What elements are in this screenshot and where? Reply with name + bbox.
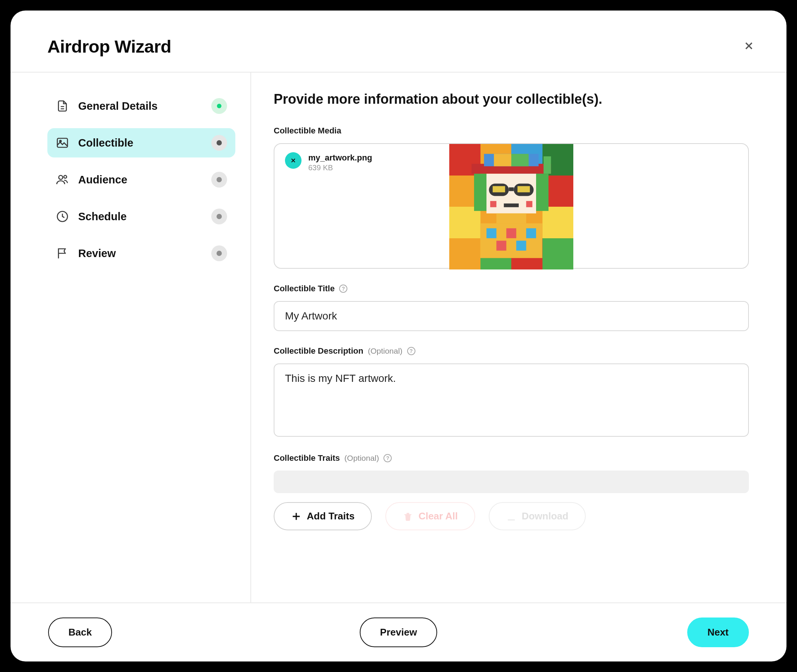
svg-rect-25 [527, 228, 536, 238]
preview-button[interactable]: Preview [360, 618, 437, 647]
step-review[interactable]: Review [47, 238, 235, 268]
svg-rect-0 [58, 138, 68, 147]
users-icon [56, 173, 69, 186]
close-icon [743, 40, 755, 52]
step-audience[interactable]: Audience [47, 165, 235, 194]
svg-rect-15 [509, 187, 514, 191]
svg-rect-11 [536, 174, 549, 211]
step-label: General Details [78, 100, 157, 112]
svg-rect-26 [496, 240, 506, 250]
step-label: Schedule [78, 210, 127, 223]
svg-point-1 [60, 140, 62, 142]
title-label: Collectible Title ? [274, 284, 749, 294]
description-label: Collectible Description (Optional) ? [274, 346, 749, 356]
modal-body: General Details Collectible [11, 72, 786, 602]
step-label: Review [78, 247, 116, 260]
form-heading: Provide more information about your coll… [274, 91, 749, 107]
trash-icon [403, 511, 413, 522]
plus-icon [291, 511, 301, 522]
remove-file-button[interactable] [285, 152, 301, 169]
description-group: Collectible Description (Optional) ? [274, 346, 749, 438]
uploaded-file: my_artwork.png 639 KB [285, 152, 443, 172]
media-group: Collectible Media my_artwork.png 639 KB [274, 126, 749, 269]
add-traits-button[interactable]: Add Traits [274, 502, 372, 530]
clock-icon [56, 210, 69, 223]
title-group: Collectible Title ? [274, 284, 749, 331]
svg-rect-10 [474, 174, 487, 211]
file-size: 639 KB [308, 163, 372, 172]
clear-all-button: Clear All [385, 502, 475, 530]
info-icon[interactable]: ? [339, 285, 347, 293]
svg-rect-16 [493, 186, 505, 192]
step-collectible[interactable]: Collectible [47, 128, 235, 157]
file-name: my_artwork.png [308, 153, 372, 163]
wizard-sidebar: General Details Collectible [11, 72, 251, 602]
info-icon[interactable]: ? [384, 454, 392, 462]
title-input[interactable] [274, 301, 749, 331]
svg-rect-24 [506, 228, 516, 238]
step-label: Collectible [78, 137, 133, 149]
traits-group: Collectible Traits (Optional) ? Add Trai… [274, 453, 749, 530]
traits-empty-area [274, 470, 749, 493]
traits-actions: Add Traits Clear All Download [274, 502, 749, 530]
status-dot-complete [211, 98, 227, 114]
traits-label: Collectible Traits (Optional) ? [274, 453, 749, 463]
step-list: General Details Collectible [47, 91, 235, 268]
next-button[interactable]: Next [687, 618, 749, 647]
svg-rect-9 [544, 156, 551, 174]
status-dot-current [211, 135, 227, 151]
artwork-preview [449, 144, 573, 269]
modal-header: Airdrop Wizard [11, 11, 786, 72]
close-icon [290, 157, 297, 164]
status-dot-pending [211, 172, 227, 187]
back-button[interactable]: Back [48, 618, 112, 647]
modal-title: Airdrop Wizard [47, 36, 171, 57]
close-button[interactable] [740, 37, 758, 56]
flag-icon [56, 246, 69, 260]
svg-rect-8 [511, 154, 528, 166]
svg-rect-23 [487, 228, 496, 238]
svg-rect-19 [527, 201, 533, 208]
info-icon[interactable]: ? [407, 347, 415, 355]
svg-rect-20 [504, 203, 519, 207]
svg-rect-27 [516, 240, 526, 250]
step-label: Audience [78, 174, 128, 186]
modal-footer: Back Preview Next [11, 602, 786, 661]
media-upload-box[interactable]: my_artwork.png 639 KB [274, 143, 749, 269]
pixel-character-icon [449, 144, 573, 268]
description-textarea[interactable] [274, 363, 749, 437]
download-icon [506, 511, 517, 522]
collectible-form: Provide more information about your coll… [251, 72, 786, 602]
step-general-details[interactable]: General Details [47, 91, 235, 121]
status-dot-pending [211, 209, 227, 224]
document-icon [56, 99, 69, 113]
svg-rect-18 [490, 201, 497, 208]
airdrop-wizard-modal: Airdrop Wizard General Details [11, 11, 786, 661]
download-button: Download [489, 502, 586, 530]
image-icon [56, 136, 69, 150]
media-label: Collectible Media [274, 126, 749, 136]
svg-rect-17 [518, 186, 530, 192]
svg-rect-21 [496, 213, 526, 223]
svg-point-2 [59, 176, 63, 180]
svg-rect-7 [494, 154, 511, 166]
step-schedule[interactable]: Schedule [47, 202, 235, 231]
svg-point-3 [64, 176, 67, 179]
status-dot-pending [211, 245, 227, 261]
